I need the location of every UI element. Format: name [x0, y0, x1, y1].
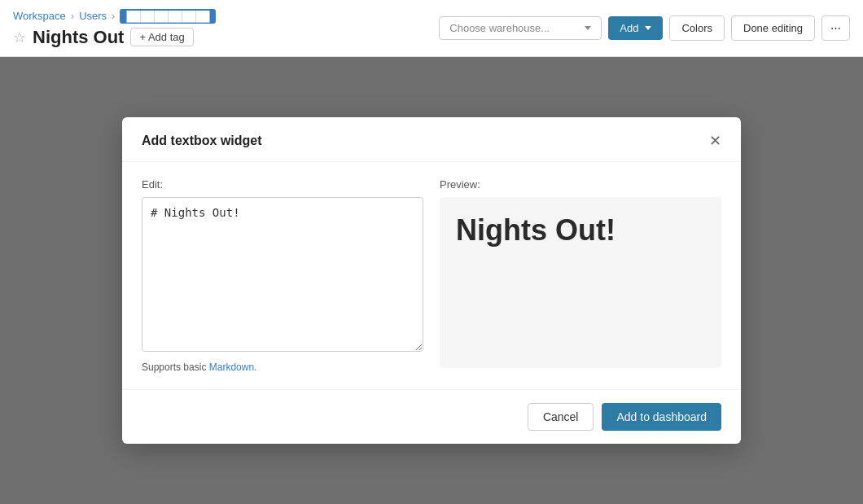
header-left: Workspace › Users › ████████████ ☆ Night… [13, 9, 216, 48]
breadcrumb-workspace[interactable]: Workspace [13, 10, 66, 22]
edit-section: Edit: # Nights Out! Supports basic Markd… [142, 178, 423, 373]
chevron-down-icon [585, 26, 591, 30]
add-tag-button[interactable]: + Add tag [130, 28, 193, 46]
preview-label: Preview: [440, 178, 721, 191]
warehouse-select[interactable]: Choose warehouse... [439, 16, 602, 40]
cancel-button[interactable]: Cancel [528, 403, 594, 431]
add-chevron-icon [645, 26, 651, 30]
breadcrumb-current: ████████████ [120, 9, 216, 24]
header-right: Choose warehouse... Add Colors Done edit… [439, 15, 850, 41]
breadcrumb-sep-1: › [71, 10, 74, 22]
modal-header: Add textbox widget ✕ [122, 117, 741, 162]
page-title-area: ☆ Nights Out + Add tag [13, 27, 216, 48]
colors-button[interactable]: Colors [669, 15, 725, 41]
markdown-link[interactable]: Markdown. [209, 362, 257, 373]
add-to-dashboard-button[interactable]: Add to dashboard [602, 403, 721, 431]
add-button-label: Add [620, 22, 638, 34]
done-editing-button[interactable]: Done editing [731, 15, 815, 41]
preview-section: Preview: Nights Out! [440, 178, 721, 373]
more-options-button[interactable]: ⋯ [821, 15, 850, 41]
page-title: Nights Out [33, 27, 124, 48]
add-textbox-modal: Add textbox widget ✕ Edit: # Nights Out!… [122, 117, 741, 444]
warehouse-placeholder: Choose warehouse... [449, 22, 550, 34]
header: Workspace › Users › ████████████ ☆ Night… [0, 0, 863, 57]
breadcrumb-users[interactable]: Users [79, 10, 107, 22]
breadcrumb-sep-2: › [112, 10, 115, 22]
edit-label: Edit: [142, 178, 423, 191]
modal-close-button[interactable]: ✕ [709, 134, 721, 148]
add-button[interactable]: Add [608, 16, 663, 40]
modal-body: Edit: # Nights Out! Supports basic Markd… [122, 162, 741, 389]
edit-textarea[interactable]: # Nights Out! [142, 197, 423, 352]
modal-title: Add textbox widget [142, 134, 262, 148]
preview-heading: Nights Out! [456, 213, 615, 248]
preview-box: Nights Out! [440, 197, 721, 368]
modal-overlay: Add textbox widget ✕ Edit: # Nights Out!… [0, 57, 863, 504]
star-icon[interactable]: ☆ [13, 28, 26, 46]
modal-footer: Cancel Add to dashboard [122, 389, 741, 444]
breadcrumb: Workspace › Users › ████████████ [13, 9, 216, 24]
markdown-text: Supports basic [142, 362, 209, 373]
markdown-note: Supports basic Markdown. [142, 362, 423, 373]
